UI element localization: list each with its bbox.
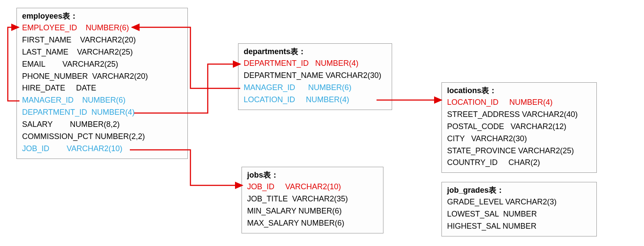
table-title: employees表： [22, 11, 182, 21]
column-row: LOWEST_SAL NUMBER [447, 208, 591, 220]
column-row: MIN_SALARY NUMBER(6) [247, 205, 378, 217]
column-row: GRADE_LEVEL VARCHAR2(3) [447, 196, 591, 208]
column-row: FIRST_NAME VARCHAR2(20) [22, 34, 182, 46]
column-row: DEPARTMENT_NAME VARCHAR2(30) [244, 70, 386, 82]
column-row: EMPLOYEE_ID NUMBER(6) [22, 22, 182, 34]
column-row: COMMISSION_PCT NUMBER(2,2) [22, 131, 182, 143]
column-row: CITY VARCHAR2(30) [447, 133, 591, 145]
table-jobs: jobs表： JOB_ID VARCHAR2(10)JOB_TITLE VARC… [242, 167, 383, 233]
column-row: MANAGER_ID NUMBER(6) [244, 82, 386, 94]
table-locations: locations表： LOCATION_ID NUMBER(4)STREET_… [441, 82, 597, 173]
column-row: MANAGER_ID NUMBER(6) [22, 94, 182, 107]
column-row: DEPARTMENT_ID NUMBER(4) [22, 107, 182, 119]
table-title: locations表： [447, 85, 591, 96]
er-diagram-canvas: employees表： EMPLOYEE_ID NUMBER(6)FIRST_N… [0, 0, 644, 246]
column-row: HIRE_DATE DATE [22, 82, 182, 94]
column-row: MAX_SALARY NUMBER(6) [247, 217, 378, 230]
column-row: LAST_NAME VARCHAR2(25) [22, 46, 182, 58]
column-row: PHONE_NUMBER VARCHAR2(20) [22, 71, 182, 83]
column-row: JOB_ID VARCHAR2(10) [247, 181, 378, 193]
column-row: JOB_TITLE VARCHAR2(35) [247, 193, 378, 205]
column-row: POSTAL_CODE VARCHAR2(12) [447, 121, 591, 133]
column-row: DEPARTMENT_ID NUMBER(4) [244, 58, 386, 70]
column-row: EMAIL VARCHAR2(25) [22, 58, 182, 71]
column-row: STREET_ADDRESS VARCHAR2(40) [447, 109, 591, 121]
column-row: LOCATION_ID NUMBER(4) [244, 94, 386, 106]
table-employees: employees表： EMPLOYEE_ID NUMBER(6)FIRST_N… [16, 8, 188, 159]
column-row: HIGHEST_SAL NUMBER [447, 220, 591, 233]
table-departments: departments表： DEPARTMENT_ID NUMBER(4)DEP… [238, 43, 392, 110]
column-row: SALARY NUMBER(8,2) [22, 119, 182, 131]
table-title: job_grades表： [447, 185, 591, 195]
column-row: LOCATION_ID NUMBER(4) [447, 97, 591, 109]
column-row: COUNTRY_ID CHAR(2) [447, 157, 591, 169]
table-title: departments表： [244, 46, 386, 57]
column-row: JOB_ID VARCHAR2(10) [22, 143, 182, 155]
table-title: jobs表： [247, 170, 378, 180]
table-job-grades: job_grades表： GRADE_LEVEL VARCHAR2(3)LOWE… [441, 182, 597, 236]
column-row: STATE_PROVINCE VARCHAR2(25) [447, 145, 591, 157]
